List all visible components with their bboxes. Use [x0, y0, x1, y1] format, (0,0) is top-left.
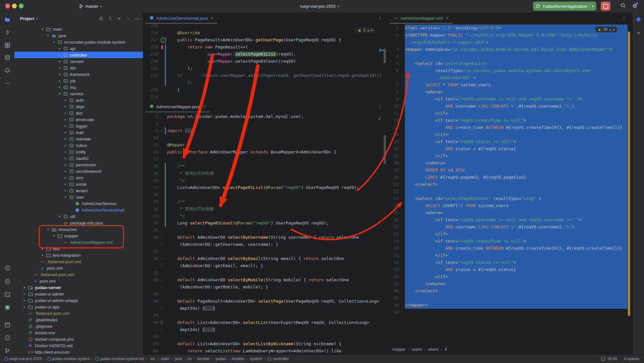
more-options-icon[interactable]: ⋮	[622, 16, 626, 21]
status-path-ruoyi-vue-pro-2023[interactable]: ruoyi-vue-pro-2023	[5, 357, 42, 361]
tree-item-docker-compose-yml[interactable]: Ydocker-compose.yml	[15, 336, 143, 342]
tree-item-pom-xml[interactable]: mpom.xml	[15, 278, 143, 284]
problems-icon[interactable]	[4, 335, 11, 341]
status-path-yudao-module-system[interactable]: yudao-module-system	[47, 357, 90, 361]
chevron-up-icon[interactable]: ▴	[367, 28, 369, 32]
tree-item-controller[interactable]: ▸controller	[15, 52, 143, 58]
window-title-widget[interactable]: ruoyi-vue-pro-2023 ▾	[300, 0, 339, 12]
tree-item-docker-env[interactable]: docker.env	[15, 329, 143, 336]
indent-setting[interactable]: 4 spaces	[624, 357, 639, 361]
tab-adminusermapper-xml[interactable]: </> AdminUserMapper.xml ✕	[390, 12, 453, 24]
tree-item-cn-iocoder-yudao-module-system[interactable]: ▾cn.iocoder.yudao.module.system	[15, 39, 143, 45]
vcs-icon[interactable]	[4, 29, 11, 36]
tree-chevron-icon[interactable]: ▸	[63, 144, 68, 147]
tree-chevron-icon[interactable]: ▸	[57, 215, 63, 218]
inspections-widget-xml[interactable]: ▲ 36 ▴ ▾	[595, 26, 617, 32]
tree-chevron-icon[interactable]: ▸	[40, 254, 45, 257]
close-window-button[interactable]	[5, 4, 10, 8]
tree-chevron-icon[interactable]: ▸	[57, 53, 63, 57]
ai-assistant-icon[interactable]	[4, 304, 11, 311]
tree-item-notify[interactable]: ▸notify	[15, 149, 143, 155]
tree-chevron-icon[interactable]: ▸	[63, 157, 68, 160]
tree-chevron-icon[interactable]: ▸	[57, 47, 63, 50]
tree-chevron-icon[interactable]: ▸	[63, 118, 68, 121]
tree-item-auth[interactable]: ▸auth	[15, 97, 143, 103]
scrollbar-thumb[interactable]	[384, 48, 386, 63]
tree-chevron-icon[interactable]: ▸	[63, 124, 68, 128]
close-icon[interactable]: ✕	[211, 16, 214, 20]
chevron-down-icon[interactable]: ▾	[613, 28, 615, 31]
override-marker-icon[interactable]: ↑	[161, 37, 166, 43]
tree-item--gitattributes[interactable]: .gitattributes	[15, 316, 143, 323]
tree-chevron-icon[interactable]: ▸	[63, 170, 68, 173]
tree-item-yudao-ui-app[interactable]: ▸yudao-ui-app	[15, 304, 143, 310]
more-options-icon[interactable]: ⋮	[378, 104, 382, 109]
status-path-yudao-module-system-biz[interactable]: yudao-module-system-biz	[96, 357, 144, 361]
tree-item-user[interactable]: ▾user	[15, 194, 143, 200]
status-path-iocoder[interactable]: iocoder	[197, 357, 210, 361]
history-icon[interactable]	[4, 265, 11, 271]
tree-item-docker-howto-md[interactable]: MDocker-HOWTO.md	[15, 342, 143, 349]
tree-chevron-icon[interactable]: ▸	[57, 66, 63, 69]
tab-adminusermapper-java[interactable]: I AdminUserMapper.java ✕	[146, 101, 209, 112]
tree-item-adminuserserviceimpl[interactable]: CAdminUserServiceImpl	[15, 207, 143, 213]
tree-item-sms[interactable]: ▸sms	[15, 174, 143, 181]
status-path-java[interactable]: java	[175, 357, 182, 361]
status-widget-icon[interactable]	[601, 357, 605, 361]
more-vertical-icon[interactable]: ⋮	[126, 16, 131, 21]
status-path-module[interactable]: module	[232, 357, 244, 361]
tree-item-pom-xml[interactable]: mpom.xml	[15, 265, 143, 271]
minimize-window-button[interactable]	[12, 4, 17, 8]
tree-chevron-icon[interactable]: ▸	[57, 60, 63, 63]
maximize-window-button[interactable]	[19, 4, 24, 8]
tree-chevron-icon[interactable]: ▸	[22, 299, 27, 302]
tree-item--flattened-pom-xml[interactable]: </>.flattened-pom.xml	[15, 271, 143, 278]
status-path-main[interactable]: main	[161, 357, 169, 361]
tree-chevron-icon[interactable]: ▸	[57, 73, 63, 76]
tree-item-tenant[interactable]: ▸tenant	[15, 187, 143, 194]
status-breadcrumbs[interactable]: ruoyi-vue-pro-2023›yudao-module-system›y…	[5, 357, 289, 361]
breadcrumb-where[interactable]: where	[428, 347, 439, 352]
tree-item--flattened-pom-xml[interactable]: </>.flattened-pom.xml	[15, 258, 143, 265]
close-icon[interactable]: ✕	[203, 105, 206, 109]
inspections-widget-top[interactable]: ▲ 1 ▴ ▾	[355, 27, 375, 33]
breadcrumb-if[interactable]: if	[445, 347, 447, 352]
breadcrumb-select[interactable]: select	[412, 347, 422, 352]
status-path-controller[interactable]: controller	[268, 357, 289, 361]
status-path-yudao[interactable]: yudao	[216, 357, 226, 361]
editor-adminuserserviceimpl[interactable]: 215216 @Override217↑ public PageResult<A…	[143, 24, 387, 101]
notifications-icon[interactable]	[4, 67, 11, 74]
tab-adminuserserviceimpl-java[interactable]: C AdminUserServiceImpl.java ✕	[146, 12, 217, 24]
tree-chevron-icon[interactable]: ▸	[57, 79, 63, 82]
status-path-system[interactable]: system	[250, 357, 262, 361]
tree-chevron-icon[interactable]: ▸	[22, 305, 27, 308]
editor-adminusermapper-xml[interactable]: 1<?xml version="1.0" encoding="UTF-8"?>2…	[387, 24, 628, 344]
settings-button[interactable]: ⚙	[632, 3, 637, 9]
expand-collapse-icon[interactable]	[107, 16, 113, 21]
services-icon[interactable]	[4, 322, 11, 328]
tree-item-adminuserservice[interactable]: IAdminUserService	[15, 200, 143, 207]
tree-chevron-icon[interactable]: ▸	[63, 150, 68, 153]
tree-chevron-icon[interactable]: ▸	[63, 105, 68, 108]
tree-chevron-icon[interactable]: ▸	[63, 182, 68, 186]
structure-icon[interactable]	[4, 42, 11, 48]
search-everywhere-button[interactable]	[620, 3, 626, 9]
tree-chevron-icon[interactable]: ▾	[63, 195, 68, 199]
project-tree[interactable]: ▾main▾java▾cn.iocoder.yudao.module.syste…	[15, 25, 143, 354]
chevron-down-icon[interactable]: ▾	[371, 28, 373, 32]
tree-item-framework[interactable]: ▸framework	[15, 71, 143, 78]
locate-icon[interactable]	[98, 16, 104, 21]
run-configuration-button[interactable]: YudaoServerApplication ▾	[533, 2, 596, 11]
breadcrumb-mapper[interactable]: mapper	[392, 347, 406, 352]
tree-item-yudao-server[interactable]: ▸yudao-server	[15, 284, 143, 291]
more-options-icon[interactable]: ⋮	[378, 16, 382, 21]
chevron-up-icon[interactable]: ▴	[609, 28, 611, 31]
tree-item-api[interactable]: ▸api	[15, 45, 143, 52]
tree-chevron-icon[interactable]: ▸	[63, 189, 68, 192]
project-icon[interactable]	[4, 16, 11, 23]
tree-item-mq[interactable]: ▸mq	[15, 84, 143, 90]
run-icon[interactable]	[4, 278, 11, 285]
project-header-title[interactable]: Project	[20, 16, 34, 21]
tree-item-mail[interactable]: ▸mail	[15, 129, 143, 136]
tree-item--gitignore[interactable]: .gitignore	[15, 323, 143, 329]
